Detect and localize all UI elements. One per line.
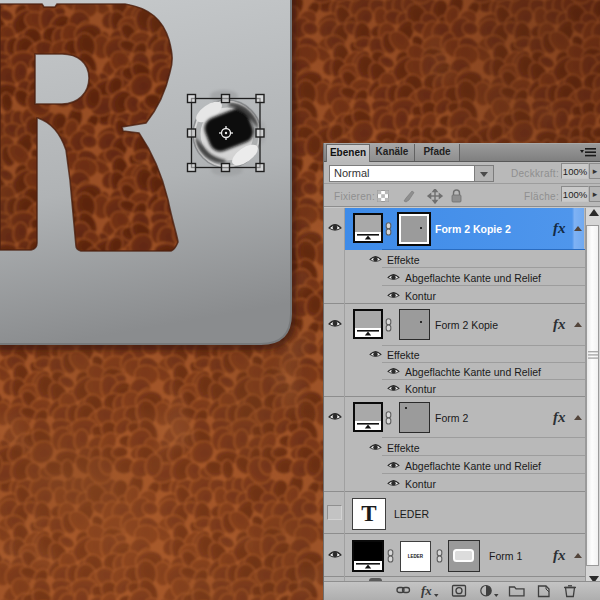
svg-text:fx: fx — [421, 583, 432, 598]
